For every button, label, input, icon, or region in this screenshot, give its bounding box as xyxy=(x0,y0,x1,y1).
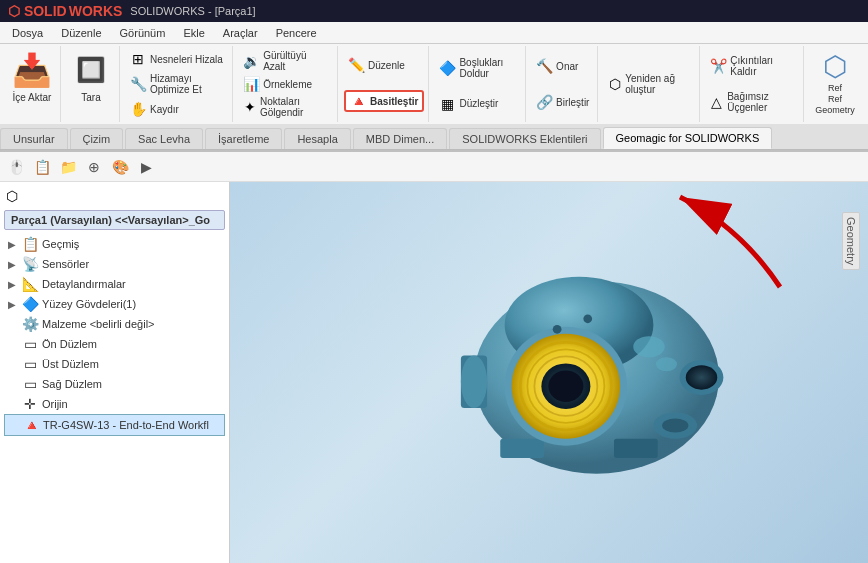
tree-sensorler[interactable]: ▶ 📡 Sensörler xyxy=(4,254,225,274)
menu-dosya[interactable]: Dosya xyxy=(4,25,51,41)
detaylandirmalar-label: Detaylandırmalar xyxy=(42,278,126,290)
malzeme-icon: ⚙️ xyxy=(22,316,38,332)
sensorler-icon: 📡 xyxy=(22,256,38,272)
tr-icon: 🔺 xyxy=(23,417,39,433)
svg-rect-6 xyxy=(614,438,658,457)
tree-on-duzlem[interactable]: ▭ Ön Düzlem xyxy=(4,334,225,354)
tree-yuzey-govdeleri[interactable]: ▶ 🔷 Yüzey Gövdeleri(1) xyxy=(4,294,225,314)
tab-hesapla[interactable]: Hesapla xyxy=(284,128,350,149)
cikinti-btn[interactable]: ✂️ Çıkıntıları Kaldır xyxy=(706,54,799,78)
tab-isaretleme[interactable]: İşaretleme xyxy=(205,128,282,149)
nesneleri-hizala-btn[interactable]: ⊞ Nesneleri Hizala xyxy=(126,50,228,68)
hizamayi-btn[interactable]: 🔧 Hizamayı Optimize Et xyxy=(126,72,228,96)
hizamayi-label: Hizamayı Optimize Et xyxy=(150,73,224,95)
noktalari-icon: ✦ xyxy=(243,99,256,115)
tab-sac-levha[interactable]: Sac Levha xyxy=(125,128,203,149)
tree-tr-workflow[interactable]: 🔺 TR-G4SW-13 - End-to-End Workfl xyxy=(4,414,225,436)
svg-rect-5 xyxy=(500,438,544,457)
cross-btn[interactable]: ⊕ xyxy=(82,155,106,179)
kaydir-icon: ✋ xyxy=(130,101,146,117)
menu-bar: Dosya Düzenle Görünüm Ekle Araçlar Pence… xyxy=(0,22,868,44)
folder-btn[interactable]: 📁 xyxy=(56,155,80,179)
gecmis-label: Geçmiş xyxy=(42,238,79,250)
ref-geometry-group[interactable]: ⬡ Ref Ref Geometry xyxy=(806,46,864,122)
gecmis-icon: 📋 xyxy=(22,236,38,252)
tree-gecmis[interactable]: ▶ 📋 Geçmiş xyxy=(4,234,225,254)
basitlestir-label: Basitleştir xyxy=(370,96,418,107)
bagimsiz-label: Bağımsız Üçgenler xyxy=(727,91,795,113)
menu-duzenle[interactable]: Düzenle xyxy=(53,25,109,41)
bosluklari-btn[interactable]: 🔷 Boşlukları Doldur xyxy=(435,56,521,80)
ribbon-bosluklari-group: 🔷 Boşlukları Doldur ▦ Düzleştir xyxy=(431,46,526,122)
copy-btn[interactable]: 📋 xyxy=(30,155,54,179)
ornekleme-btn[interactable]: 📊 Örnekleme xyxy=(239,75,333,93)
tree-sag-duzlem[interactable]: ▭ Sağ Düzlem xyxy=(4,374,225,394)
ribbon-nesneleri: ⊞ Nesneleri Hizala 🔧 Hizamayı Optimize E… xyxy=(122,46,233,122)
menu-ekle[interactable]: Ekle xyxy=(175,25,212,41)
tab-unsurlar[interactable]: Unsurlar xyxy=(0,128,68,149)
filter-icon[interactable]: ⬡ xyxy=(4,186,20,206)
ribbon-cikinti-group: ✂️ Çıkıntıları Kaldır △ Bağımsız Üçgenle… xyxy=(702,46,804,122)
onar-label: Onar xyxy=(556,61,578,72)
duzlestir-btn[interactable]: ▦ Düzleştir xyxy=(435,95,521,113)
sidebar: ⬡ Parça1 (Varsayılan) <<Varsayılan>_Go ▶… xyxy=(0,182,230,563)
cikinti-icon: ✂️ xyxy=(710,58,726,74)
birlestir-label: Birleştir xyxy=(556,97,589,108)
ust-duzlem-icon: ▭ xyxy=(22,356,38,372)
tab-mbd[interactable]: MBD Dimen... xyxy=(353,128,447,149)
app-logo: ⬡ SOLIDWORKS xyxy=(8,3,122,19)
svg-point-4 xyxy=(461,355,487,408)
kaydir-btn[interactable]: ✋ Kaydır xyxy=(126,100,228,118)
tab-geomagic[interactable]: Geomagic for SOLIDWORKS xyxy=(603,127,773,149)
detaylandirmalar-icon: 📐 xyxy=(22,276,38,292)
menu-gorunum[interactable]: Görünüm xyxy=(112,25,174,41)
title-bar: ⬡ SOLIDWORKS SOLIDWORKS - [Parça1] xyxy=(0,0,868,22)
palette-btn[interactable]: 🎨 xyxy=(108,155,132,179)
gurultüyu-btn[interactable]: 🔉 Gürültüyü Azalt xyxy=(239,49,333,73)
tree-ust-duzlem[interactable]: ▭ Üst Düzlem xyxy=(4,354,225,374)
svg-point-19 xyxy=(656,357,677,371)
ribbon-duzenle-group: ✏️ Düzenle 🔺 Basitleştir xyxy=(340,46,429,122)
bagimsiz-btn[interactable]: △ Bağımsız Üçgenler xyxy=(706,90,799,114)
ornekleme-label: Örnekleme xyxy=(263,79,312,90)
duzenle-btn[interactable]: ✏️ Düzenle xyxy=(344,56,424,74)
ribbon-tara[interactable]: 🔲 Tara xyxy=(63,46,120,122)
ribbon-content: 📥 İçe Aktar 🔲 Tara ⊞ Nesneleri Hizala 🔧 … xyxy=(0,44,868,124)
noktalari-btn[interactable]: ✦ Noktaları Gölgendir xyxy=(239,95,333,119)
sag-duzlem-icon: ▭ xyxy=(22,376,38,392)
cursor-btn[interactable]: 🖱️ xyxy=(4,155,28,179)
tree-orijin[interactable]: ✛ Orijin xyxy=(4,394,225,414)
nesneleri-label: Nesneleri Hizala xyxy=(150,54,223,65)
bosluklari-label: Boşlukları Doldur xyxy=(459,57,517,79)
tab-cizim[interactable]: Çizim xyxy=(70,128,124,149)
menu-pencere[interactable]: Pencere xyxy=(268,25,325,41)
svg-point-15 xyxy=(548,370,583,402)
expand-icon-yuzey: ▶ xyxy=(8,299,18,310)
menu-araclar[interactable]: Araçlar xyxy=(215,25,266,41)
ribbon-onar-group: 🔨 Onar 🔗 Birleştir xyxy=(528,46,598,122)
ice-aktar-icon: 📥 xyxy=(12,50,52,90)
yeniden-btn[interactable]: ⬡ Yeniden ağ oluştur xyxy=(604,72,695,96)
expand-icon-sensor: ▶ xyxy=(8,259,18,270)
yeniden-icon: ⬡ xyxy=(608,76,621,92)
tara-label: Tara xyxy=(81,92,100,104)
svg-point-17 xyxy=(583,314,592,323)
malzeme-label: Malzeme <belirli değil> xyxy=(42,318,155,330)
ref-geometry-icon: ⬡ xyxy=(823,50,847,83)
title-text: SOLIDWORKS - [Parça1] xyxy=(130,5,255,17)
ribbon-ice-aktar[interactable]: 📥 İçe Aktar xyxy=(4,46,61,122)
birlestir-btn[interactable]: 🔗 Birleştir xyxy=(532,93,593,111)
basitlestir-btn[interactable]: 🔺 Basitleştir xyxy=(344,90,424,112)
tree-malzeme[interactable]: ⚙️ Malzeme <belirli değil> xyxy=(4,314,225,334)
sidebar-top: ⬡ xyxy=(4,186,225,206)
onar-btn[interactable]: 🔨 Onar xyxy=(532,57,593,75)
tara-icon: 🔲 xyxy=(71,50,111,90)
tab-solidworks-eklentileri[interactable]: SOLIDWORKS Eklentileri xyxy=(449,128,600,149)
ribbon-extra: 🔉 Gürültüyü Azalt 📊 Örnekleme ✦ Noktalar… xyxy=(235,46,338,122)
tr-label: TR-G4SW-13 - End-to-End Workfl xyxy=(43,419,209,431)
tree-detaylandirmalar[interactable]: ▶ 📐 Detaylandırmalar xyxy=(4,274,225,294)
orijin-label: Orijin xyxy=(42,398,68,410)
expand-btn[interactable]: ▶ xyxy=(134,155,158,179)
expand-icon-detay: ▶ xyxy=(8,279,18,290)
svg-point-16 xyxy=(553,324,562,333)
